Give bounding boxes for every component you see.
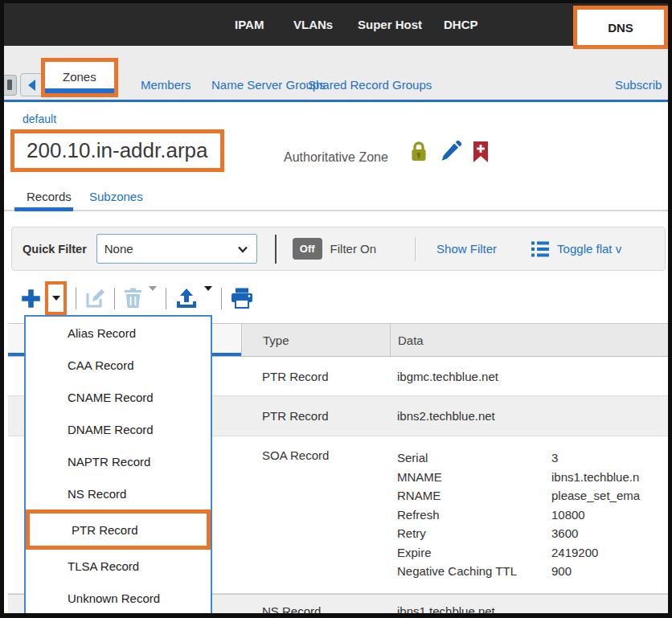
tab-ipam[interactable]: IPAM	[235, 3, 264, 46]
quick-filter-select[interactable]: None	[96, 234, 257, 264]
menu-item-unknown-record[interactable]: Unknown Record	[26, 582, 211, 614]
divider	[76, 288, 76, 309]
tab-dns[interactable]: DNS	[573, 6, 668, 49]
edit-record-icon[interactable]	[85, 289, 105, 309]
chevron-left-icon	[28, 80, 35, 91]
tab-shared-record-groups[interactable]: Shared Record Groups	[308, 78, 432, 92]
soa-field-value: please_set_ema	[551, 486, 640, 505]
divider	[114, 288, 115, 309]
menu-item-ptr-record[interactable]: PTR Record	[26, 510, 211, 550]
soa-field-key: Negative Caching TTL	[397, 562, 551, 581]
soa-field-key: Retry	[397, 524, 551, 543]
edit-pencil-icon[interactable]	[440, 141, 461, 163]
add-record-icon[interactable]	[20, 288, 42, 309]
lock-icon	[409, 141, 430, 163]
dns-subnav: Zones Members Name Server Groups Shared …	[4, 46, 668, 102]
soa-field-key: Refresh	[397, 505, 551, 525]
export-upload-icon[interactable]	[175, 288, 198, 309]
soa-field-value: 3600	[551, 524, 578, 543]
menu-item-naptr-record[interactable]: NAPTR Record	[26, 445, 211, 477]
caret-down-icon	[204, 286, 212, 305]
bookmark-add-icon[interactable]	[472, 141, 493, 163]
records-active-underline	[14, 207, 73, 211]
side-panel-handle[interactable]	[4, 75, 17, 96]
caret-down-icon	[52, 296, 60, 301]
tab-dhcp[interactable]: DHCP	[444, 3, 478, 46]
soa-field-key: Expire	[397, 543, 551, 563]
record-type: SOA Record	[241, 448, 390, 462]
tab-subzones[interactable]: Subzones	[89, 190, 143, 203]
caret-down-icon	[149, 286, 157, 305]
soa-field-value: 900	[551, 562, 572, 581]
tab-vlans[interactable]: VLANs	[293, 3, 333, 46]
column-header-type[interactable]: Type	[241, 324, 390, 356]
add-record-dropdown-caret[interactable]	[45, 281, 67, 315]
records-toolbar	[20, 280, 253, 317]
filter-on-label: Filter On	[330, 242, 377, 256]
divider	[415, 237, 416, 261]
tabs-divider-line	[4, 210, 668, 211]
soa-field-key: MNAME	[397, 468, 551, 487]
menu-item-ns-record[interactable]: NS Record	[26, 477, 211, 510]
soa-field-key: RNAME	[397, 486, 551, 505]
divider	[221, 288, 222, 309]
menu-item-cname-record[interactable]: CNAME Record	[26, 381, 211, 413]
column-header-data[interactable]: Data	[390, 324, 668, 356]
quick-filter-value: None	[104, 242, 133, 256]
delete-dropdown-caret[interactable]	[149, 291, 157, 305]
menu-item-alias-record[interactable]: Alias Record	[26, 317, 211, 349]
soa-field-value: 2419200	[551, 543, 598, 563]
collapse-tabs-button[interactable]	[20, 73, 43, 96]
filter-bar: Quick Filter None Off Filter On Show Fil…	[11, 227, 666, 271]
quick-filter-label: Quick Filter	[23, 243, 87, 256]
zone-title: 200.10.in-addr.arpa	[10, 129, 224, 172]
divider	[166, 288, 166, 309]
record-data: Serial3 MNAMEibns1.techblue.n RNAMEpleas…	[390, 448, 668, 581]
list-tree-icon[interactable]	[531, 240, 550, 258]
record-data: ibgmc.techblue.net	[390, 370, 668, 383]
breadcrumb-default-view[interactable]: default	[23, 113, 56, 125]
active-tab-underline	[45, 88, 114, 93]
record-type: PTR Record	[241, 409, 390, 423]
soa-field-key: Serial	[397, 448, 551, 468]
export-dropdown-caret[interactable]	[204, 291, 212, 305]
soa-field-value: 10800	[551, 505, 585, 525]
soa-field-value: ibns1.techblue.n	[551, 468, 639, 487]
record-type: PTR Record	[241, 370, 390, 383]
add-record-menu: Alias Record CAA Record CNAME Record DNA…	[24, 315, 212, 618]
filter-off-toggle[interactable]: Off	[293, 238, 322, 260]
print-icon[interactable]	[231, 288, 253, 309]
top-nav-bar: IPAM VLANs Super Host DHCP	[4, 3, 668, 46]
menu-item-caa-record[interactable]: CAA Record	[26, 349, 211, 381]
menu-item-tlsa-record[interactable]: TLSA Record	[26, 550, 211, 582]
toggle-flat-view-link[interactable]: Toggle flat v	[557, 242, 621, 256]
tab-subscriber[interactable]: Subscrib	[615, 78, 662, 92]
show-filter-link[interactable]: Show Filter	[436, 242, 497, 256]
record-data: ibns2.techblue.net	[390, 409, 668, 423]
tab-zones-label: Zones	[45, 62, 114, 88]
record-type: NS Record	[241, 604, 390, 618]
menu-item-dname-record[interactable]: DNAME Record	[26, 413, 211, 445]
tab-members[interactable]: Members	[141, 78, 191, 92]
divider	[275, 235, 277, 264]
record-data: ibns1.techblue.net	[390, 604, 668, 618]
tab-zones[interactable]: Zones	[41, 58, 118, 97]
soa-field-value: 3	[551, 448, 558, 468]
app-window: IPAM VLANs Super Host DHCP DNS Zones Mem…	[0, 0, 672, 618]
tab-records[interactable]: Records	[27, 190, 72, 203]
delete-record-icon[interactable]	[124, 288, 142, 309]
chevron-down-icon	[236, 243, 249, 256]
tab-super-host[interactable]: Super Host	[358, 3, 422, 46]
zone-type-label: Authoritative Zone	[284, 150, 388, 165]
